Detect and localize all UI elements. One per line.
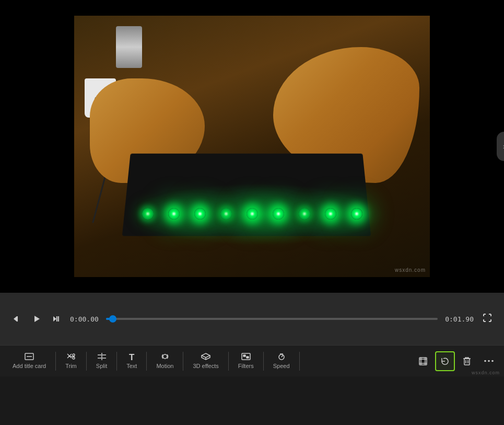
filters-label: Filters bbox=[238, 363, 254, 369]
divider-1 bbox=[55, 352, 56, 371]
speed-icon bbox=[277, 353, 286, 362]
svg-point-12 bbox=[73, 357, 75, 359]
text-button[interactable]: T Text bbox=[119, 350, 144, 372]
panel-toggle-button[interactable]: › bbox=[497, 132, 504, 161]
watermark: wsxdn.com bbox=[395, 267, 426, 273]
svg-marker-0 bbox=[14, 316, 17, 321]
speed-label: Speed bbox=[273, 363, 290, 369]
svg-rect-5 bbox=[58, 316, 59, 321]
current-time: 0:00.00 bbox=[70, 315, 99, 323]
delete-button[interactable] bbox=[457, 351, 477, 371]
filters-icon bbox=[241, 353, 251, 362]
svg-point-35 bbox=[488, 360, 490, 362]
end-time: 0:01.90 bbox=[445, 315, 474, 323]
svg-rect-26 bbox=[419, 358, 427, 365]
led-2 bbox=[168, 208, 180, 220]
toolbar-right bbox=[413, 351, 499, 371]
add-title-card-button[interactable]: Add title card bbox=[5, 350, 53, 372]
next-frame-button[interactable] bbox=[50, 313, 63, 325]
divider-2 bbox=[86, 352, 87, 371]
led-row bbox=[142, 208, 362, 220]
divider-6 bbox=[228, 352, 229, 371]
svg-rect-1 bbox=[17, 316, 18, 321]
motion-label: Motion bbox=[156, 363, 173, 369]
svg-marker-2 bbox=[34, 316, 40, 322]
add-title-card-icon bbox=[25, 353, 34, 362]
svg-point-34 bbox=[484, 360, 486, 362]
svg-point-36 bbox=[491, 360, 494, 362]
add-title-card-label: Add title card bbox=[13, 363, 46, 369]
3d-effects-label: 3D effects bbox=[193, 363, 218, 369]
motion-icon bbox=[160, 353, 170, 362]
video-scene: dison wsxdn.com bbox=[74, 16, 430, 277]
svg-rect-21 bbox=[243, 355, 245, 357]
split-button[interactable]: Split bbox=[89, 350, 114, 372]
svg-marker-3 bbox=[53, 316, 56, 321]
playback-area: 0:00.00 0:01.90 bbox=[0, 293, 504, 345]
filters-button[interactable]: Filters bbox=[231, 350, 261, 372]
svg-point-18 bbox=[163, 354, 167, 359]
led-7 bbox=[299, 208, 310, 220]
divider-4 bbox=[146, 352, 147, 371]
lamp bbox=[116, 26, 142, 68]
playback-bar: 0:00.00 0:01.90 bbox=[0, 312, 504, 326]
3d-effects-button[interactable]: 3D effects bbox=[185, 350, 226, 372]
led-4 bbox=[220, 208, 232, 220]
divider-3 bbox=[116, 352, 117, 371]
trim-button[interactable]: Trim bbox=[58, 350, 84, 372]
fullscreen-button[interactable] bbox=[481, 312, 494, 326]
speed-button[interactable]: Speed bbox=[266, 350, 297, 372]
led-5 bbox=[247, 208, 258, 220]
led-9 bbox=[351, 208, 362, 220]
divider-7 bbox=[263, 352, 264, 371]
history-button[interactable] bbox=[435, 351, 455, 371]
text-icon: T bbox=[129, 353, 134, 362]
svg-rect-4 bbox=[56, 316, 57, 321]
3d-effects-icon bbox=[201, 353, 210, 362]
svg-point-11 bbox=[73, 354, 75, 356]
play-button[interactable] bbox=[30, 313, 43, 325]
led-3 bbox=[194, 208, 206, 220]
led-6 bbox=[273, 208, 284, 220]
progress-thumb[interactable] bbox=[109, 315, 116, 323]
svg-rect-22 bbox=[247, 357, 249, 358]
split-icon bbox=[97, 353, 107, 362]
progress-track[interactable] bbox=[106, 318, 438, 320]
svg-rect-31 bbox=[464, 359, 470, 365]
divider-8 bbox=[299, 352, 300, 371]
more-options-button[interactable] bbox=[479, 351, 499, 371]
motion-button[interactable]: Motion bbox=[149, 350, 181, 372]
keyboard-body bbox=[122, 154, 371, 236]
video-container: dison wsxdn.com bbox=[0, 0, 504, 293]
trim-icon bbox=[66, 353, 76, 362]
trim-label: Trim bbox=[65, 363, 77, 369]
led-1 bbox=[142, 208, 154, 220]
rewind-button[interactable] bbox=[10, 313, 23, 325]
text-label: Text bbox=[126, 363, 137, 369]
crop-button[interactable] bbox=[413, 351, 433, 371]
video-frame: dison wsxdn.com bbox=[74, 16, 430, 277]
toolbar: Add title card Trim Split bbox=[0, 345, 504, 376]
svg-line-24 bbox=[282, 355, 283, 357]
divider-5 bbox=[183, 352, 183, 371]
wsxdn-watermark: wsxdn.com bbox=[472, 370, 500, 375]
split-label: Split bbox=[96, 363, 107, 369]
led-8 bbox=[325, 208, 336, 220]
